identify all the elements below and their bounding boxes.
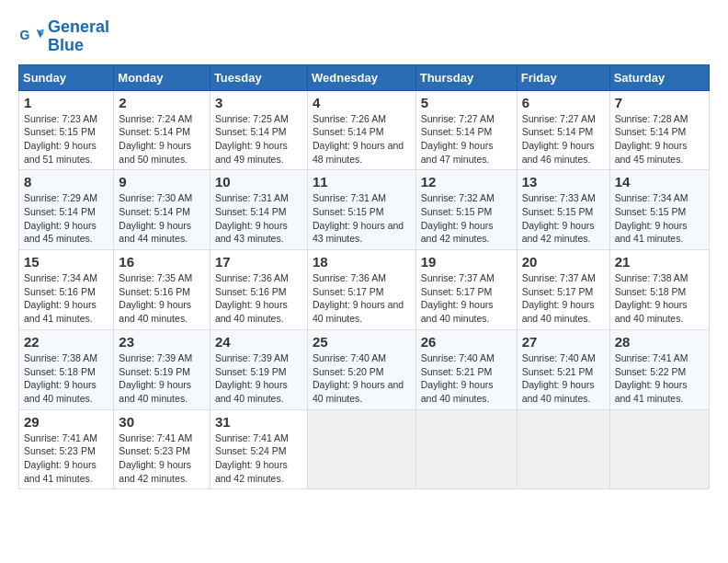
daylight-label: Daylight: 9 hours and 48 minutes. bbox=[313, 140, 404, 165]
column-header-wednesday: Wednesday bbox=[307, 64, 415, 90]
sunrise-label: Sunrise: 7:41 AM bbox=[119, 432, 192, 443]
day-info: Sunrise: 7:36 AM Sunset: 5:17 PM Dayligh… bbox=[313, 271, 411, 326]
calendar-week-row: 22 Sunrise: 7:38 AM Sunset: 5:18 PM Dayl… bbox=[19, 329, 710, 409]
day-number: 12 bbox=[421, 174, 512, 190]
daylight-label: Daylight: 9 hours and 41 minutes. bbox=[615, 379, 688, 404]
day-info: Sunrise: 7:27 AM Sunset: 5:14 PM Dayligh… bbox=[421, 112, 512, 167]
sunrise-label: Sunrise: 7:27 AM bbox=[522, 113, 596, 124]
sunrise-label: Sunrise: 7:40 AM bbox=[421, 352, 495, 363]
logo-icon: G bbox=[18, 24, 44, 50]
column-header-tuesday: Tuesday bbox=[210, 64, 307, 90]
calendar-day-cell: 15 Sunrise: 7:34 AM Sunset: 5:16 PM Dayl… bbox=[19, 250, 114, 330]
calendar-day-cell: 24 Sunrise: 7:39 AM Sunset: 5:19 PM Dayl… bbox=[210, 329, 307, 409]
sunrise-label: Sunrise: 7:41 AM bbox=[615, 352, 688, 363]
calendar-day-cell: 3 Sunrise: 7:25 AM Sunset: 5:14 PM Dayli… bbox=[210, 90, 307, 170]
empty-cell bbox=[517, 409, 609, 489]
day-info: Sunrise: 7:27 AM Sunset: 5:14 PM Dayligh… bbox=[522, 112, 605, 167]
sunset-label: Sunset: 5:15 PM bbox=[313, 206, 384, 217]
sunrise-label: Sunrise: 7:24 AM bbox=[119, 113, 192, 124]
daylight-label: Daylight: 9 hours and 40 minutes. bbox=[421, 379, 494, 404]
calendar-day-cell: 21 Sunrise: 7:38 AM Sunset: 5:18 PM Dayl… bbox=[609, 250, 709, 330]
day-number: 18 bbox=[313, 254, 411, 270]
calendar-day-cell: 12 Sunrise: 7:32 AM Sunset: 5:15 PM Dayl… bbox=[415, 170, 517, 250]
sunset-label: Sunset: 5:17 PM bbox=[313, 286, 384, 297]
day-number: 19 bbox=[421, 254, 512, 270]
day-number: 23 bbox=[119, 334, 205, 350]
sunset-label: Sunset: 5:18 PM bbox=[615, 286, 687, 297]
sunset-label: Sunset: 5:14 PM bbox=[615, 126, 687, 137]
calendar-day-cell: 6 Sunrise: 7:27 AM Sunset: 5:14 PM Dayli… bbox=[517, 90, 609, 170]
day-number: 26 bbox=[421, 334, 512, 350]
sunrise-label: Sunrise: 7:28 AM bbox=[615, 113, 688, 124]
sunrise-label: Sunrise: 7:34 AM bbox=[615, 192, 688, 203]
sunrise-label: Sunrise: 7:36 AM bbox=[215, 272, 289, 283]
calendar-day-cell: 19 Sunrise: 7:37 AM Sunset: 5:17 PM Dayl… bbox=[415, 250, 517, 330]
day-number: 27 bbox=[522, 334, 605, 350]
sunrise-label: Sunrise: 7:31 AM bbox=[215, 192, 289, 203]
calendar-day-cell: 14 Sunrise: 7:34 AM Sunset: 5:15 PM Dayl… bbox=[609, 170, 709, 250]
day-number: 28 bbox=[615, 334, 704, 350]
daylight-label: Daylight: 9 hours and 40 minutes. bbox=[522, 379, 595, 404]
sunrise-label: Sunrise: 7:25 AM bbox=[215, 113, 289, 124]
daylight-label: Daylight: 9 hours and 40 minutes. bbox=[313, 299, 404, 324]
calendar-header-row: SundayMondayTuesdayWednesdayThursdayFrid… bbox=[19, 64, 710, 90]
sunrise-label: Sunrise: 7:40 AM bbox=[313, 352, 386, 363]
calendar-day-cell: 29 Sunrise: 7:41 AM Sunset: 5:23 PM Dayl… bbox=[19, 409, 114, 489]
calendar-day-cell: 20 Sunrise: 7:37 AM Sunset: 5:17 PM Dayl… bbox=[517, 250, 609, 330]
calendar-day-cell: 23 Sunrise: 7:39 AM Sunset: 5:19 PM Dayl… bbox=[114, 329, 210, 409]
day-info: Sunrise: 7:23 AM Sunset: 5:15 PM Dayligh… bbox=[24, 112, 108, 167]
day-number: 2 bbox=[119, 95, 205, 110]
page-header: G General Blue bbox=[18, 18, 710, 55]
day-info: Sunrise: 7:40 AM Sunset: 5:21 PM Dayligh… bbox=[522, 351, 605, 406]
sunset-label: Sunset: 5:17 PM bbox=[522, 286, 594, 297]
day-info: Sunrise: 7:31 AM Sunset: 5:14 PM Dayligh… bbox=[215, 191, 302, 246]
daylight-label: Daylight: 9 hours and 41 minutes. bbox=[24, 459, 97, 484]
daylight-label: Daylight: 9 hours and 43 minutes. bbox=[215, 220, 288, 245]
day-number: 17 bbox=[215, 254, 302, 270]
daylight-label: Daylight: 9 hours and 49 minutes. bbox=[215, 140, 288, 165]
calendar-day-cell: 9 Sunrise: 7:30 AM Sunset: 5:14 PM Dayli… bbox=[114, 170, 210, 250]
empty-cell bbox=[307, 409, 415, 489]
calendar-day-cell: 22 Sunrise: 7:38 AM Sunset: 5:18 PM Dayl… bbox=[19, 329, 114, 409]
calendar-day-cell: 18 Sunrise: 7:36 AM Sunset: 5:17 PM Dayl… bbox=[307, 250, 415, 330]
calendar-day-cell: 5 Sunrise: 7:27 AM Sunset: 5:14 PM Dayli… bbox=[415, 90, 517, 170]
daylight-label: Daylight: 9 hours and 40 minutes. bbox=[215, 299, 288, 324]
day-number: 4 bbox=[313, 95, 411, 110]
daylight-label: Daylight: 9 hours and 46 minutes. bbox=[522, 140, 595, 165]
sunrise-label: Sunrise: 7:33 AM bbox=[522, 192, 596, 203]
daylight-label: Daylight: 9 hours and 42 minutes. bbox=[522, 220, 595, 245]
day-number: 14 bbox=[615, 174, 704, 190]
daylight-label: Daylight: 9 hours and 40 minutes. bbox=[215, 379, 288, 404]
sunset-label: Sunset: 5:14 PM bbox=[119, 206, 190, 217]
sunrise-label: Sunrise: 7:26 AM bbox=[313, 113, 386, 124]
day-info: Sunrise: 7:28 AM Sunset: 5:14 PM Dayligh… bbox=[615, 112, 704, 167]
day-number: 5 bbox=[421, 95, 512, 110]
daylight-label: Daylight: 9 hours and 41 minutes. bbox=[24, 299, 97, 324]
sunrise-label: Sunrise: 7:41 AM bbox=[24, 432, 97, 443]
day-info: Sunrise: 7:41 AM Sunset: 5:23 PM Dayligh… bbox=[24, 431, 108, 486]
day-info: Sunrise: 7:32 AM Sunset: 5:15 PM Dayligh… bbox=[421, 191, 512, 246]
sunset-label: Sunset: 5:14 PM bbox=[215, 206, 287, 217]
daylight-label: Daylight: 9 hours and 42 minutes. bbox=[119, 459, 191, 484]
day-info: Sunrise: 7:39 AM Sunset: 5:19 PM Dayligh… bbox=[215, 351, 302, 406]
day-number: 21 bbox=[615, 254, 704, 270]
day-number: 9 bbox=[119, 174, 205, 190]
daylight-label: Daylight: 9 hours and 47 minutes. bbox=[421, 140, 494, 165]
sunrise-label: Sunrise: 7:39 AM bbox=[119, 352, 192, 363]
day-info: Sunrise: 7:37 AM Sunset: 5:17 PM Dayligh… bbox=[421, 271, 512, 326]
day-info: Sunrise: 7:31 AM Sunset: 5:15 PM Dayligh… bbox=[313, 191, 411, 246]
day-number: 22 bbox=[24, 334, 108, 350]
day-number: 1 bbox=[24, 95, 108, 110]
daylight-label: Daylight: 9 hours and 42 minutes. bbox=[421, 220, 494, 245]
sunset-label: Sunset: 5:15 PM bbox=[24, 126, 96, 137]
daylight-label: Daylight: 9 hours and 42 minutes. bbox=[215, 459, 288, 484]
sunset-label: Sunset: 5:19 PM bbox=[119, 366, 190, 377]
day-info: Sunrise: 7:41 AM Sunset: 5:24 PM Dayligh… bbox=[215, 431, 302, 486]
day-info: Sunrise: 7:25 AM Sunset: 5:14 PM Dayligh… bbox=[215, 112, 302, 167]
day-info: Sunrise: 7:41 AM Sunset: 5:23 PM Dayligh… bbox=[119, 431, 205, 486]
day-number: 6 bbox=[522, 95, 605, 110]
sunrise-label: Sunrise: 7:41 AM bbox=[215, 432, 289, 443]
day-number: 13 bbox=[522, 174, 605, 190]
sunset-label: Sunset: 5:19 PM bbox=[215, 366, 287, 377]
sunrise-label: Sunrise: 7:37 AM bbox=[421, 272, 495, 283]
